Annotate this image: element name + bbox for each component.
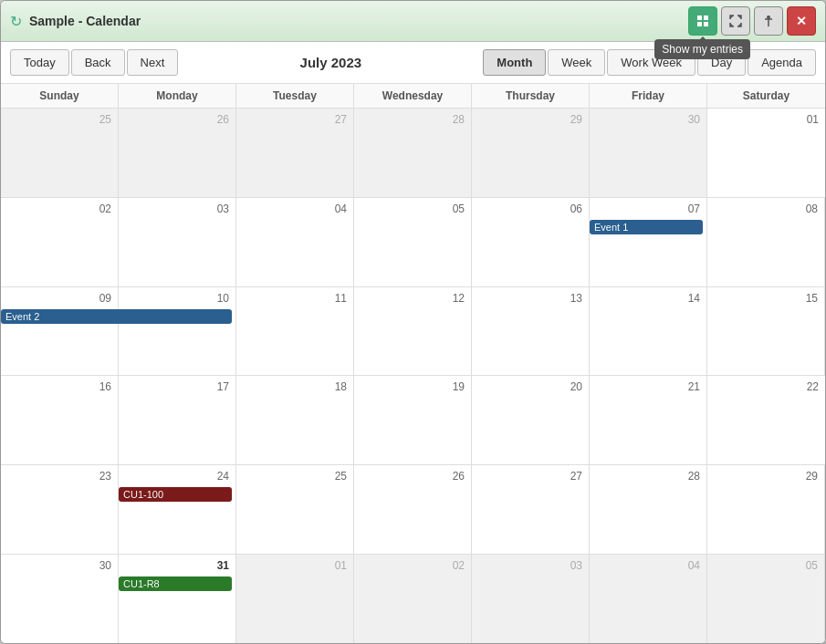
calendar-day[interactable]: 03: [119, 198, 236, 286]
today-button[interactable]: Today: [10, 49, 69, 76]
day-number: 28: [358, 112, 467, 127]
calendar-day[interactable]: 12: [354, 287, 472, 376]
header-sunday: Sunday: [1, 84, 119, 108]
day-number: 21: [593, 379, 703, 394]
day-number: 29: [476, 112, 585, 127]
pin-button[interactable]: [754, 6, 783, 36]
svg-point-6: [767, 16, 770, 19]
calendar-window: ↻ Sample - Calendar Show my entries: [0, 0, 826, 644]
calendar-day[interactable]: 26: [119, 109, 236, 197]
day-number: 19: [358, 379, 467, 394]
svg-rect-3: [704, 22, 708, 26]
calendar-day[interactable]: 11: [236, 287, 354, 376]
view-agenda-button[interactable]: Agenda: [748, 49, 816, 76]
back-button[interactable]: Back: [71, 49, 125, 76]
calendar-event[interactable]: CU1-100: [119, 487, 232, 502]
close-button[interactable]: ✕: [787, 6, 816, 36]
day-number: 07: [593, 202, 703, 216]
calendar-day[interactable]: 20: [472, 376, 590, 464]
calendar-day[interactable]: 15: [707, 287, 825, 376]
day-number: 30: [5, 558, 114, 573]
day-number: 27: [240, 112, 350, 127]
next-button[interactable]: Next: [127, 49, 179, 76]
calendar-week-4: 23242526272829CU1-100: [1, 465, 825, 555]
day-number: 14: [593, 291, 703, 306]
day-number: 06: [476, 202, 585, 216]
title-bar-right: Show my entries ✕: [688, 6, 816, 36]
view-month-button[interactable]: Month: [483, 49, 546, 76]
calendar-day[interactable]: 19: [354, 376, 472, 464]
calendar-day[interactable]: 10: [119, 287, 236, 376]
calendar-day[interactable]: 06: [472, 198, 590, 286]
calendar-day[interactable]: 13: [472, 287, 590, 376]
day-number: 04: [240, 202, 350, 216]
calendar-day[interactable]: 30: [1, 555, 119, 643]
view-week-button[interactable]: Week: [548, 49, 605, 76]
svg-rect-1: [704, 16, 708, 20]
calendar-day[interactable]: 31: [119, 555, 236, 643]
view-buttons: Month Week Work Week Day Agenda: [483, 49, 816, 76]
day-number: 11: [240, 291, 350, 306]
day-number: 29: [711, 469, 821, 483]
calendar-event[interactable]: Event 1: [590, 220, 703, 234]
calendar-day[interactable]: 16: [1, 376, 119, 464]
calendar-event[interactable]: CU1-R8: [119, 576, 232, 591]
expand-button[interactable]: [721, 6, 750, 36]
calendar-day[interactable]: 30: [590, 109, 707, 197]
day-number: 13: [476, 291, 585, 306]
calendar-day[interactable]: 25: [1, 109, 119, 197]
calendar-day[interactable]: 08: [707, 198, 825, 286]
calendar-day[interactable]: 26: [354, 465, 472, 554]
day-number: 31: [122, 558, 232, 573]
day-number: 02: [5, 202, 114, 216]
nav-buttons: Today Back Next: [10, 49, 178, 76]
day-number: 26: [122, 112, 232, 127]
calendar-day[interactable]: 04: [590, 555, 707, 643]
calendar-day[interactable]: 03: [472, 555, 590, 643]
calendar-day[interactable]: 09: [1, 287, 119, 376]
calendar-day[interactable]: 21: [590, 376, 707, 464]
day-number: 23: [5, 469, 114, 483]
calendar-day[interactable]: 28: [590, 465, 707, 554]
day-number: 01: [711, 112, 821, 127]
day-number: 09: [5, 291, 114, 306]
title-bar: ↻ Sample - Calendar Show my entries: [1, 1, 825, 42]
day-number: 25: [240, 469, 350, 483]
calendar-day[interactable]: 17: [119, 376, 236, 464]
calendar-day[interactable]: 14: [590, 287, 707, 376]
calendar-week-3: 16171819202122: [1, 376, 825, 465]
day-number: 01: [240, 558, 350, 573]
day-number: 26: [358, 469, 467, 483]
calendar-day[interactable]: 27: [472, 465, 590, 554]
calendar-day[interactable]: 02: [354, 555, 472, 643]
calendar-day[interactable]: 24: [119, 465, 236, 554]
calendar-day[interactable]: 01: [236, 555, 354, 643]
show-entries-button[interactable]: [688, 6, 717, 36]
calendar-event[interactable]: Event 2: [1, 309, 232, 324]
calendar-week-1: 02030405060708Event 1: [1, 198, 825, 287]
calendar-day[interactable]: 05: [354, 198, 472, 286]
day-number: 15: [711, 291, 821, 306]
day-number: 30: [593, 112, 703, 127]
calendar-day[interactable]: 22: [707, 376, 825, 464]
svg-rect-2: [697, 22, 702, 26]
calendar-day[interactable]: 27: [236, 109, 354, 197]
calendar-day[interactable]: 23: [1, 465, 119, 554]
calendar-day[interactable]: 29: [472, 109, 590, 197]
svg-rect-0: [697, 16, 702, 20]
calendar-day[interactable]: 18: [236, 376, 354, 464]
day-number: 10: [122, 291, 232, 306]
header-friday: Friday: [590, 84, 707, 108]
day-headers: Sunday Monday Tuesday Wednesday Thursday…: [1, 84, 825, 109]
calendar-day[interactable]: 28: [354, 109, 472, 197]
calendar-day[interactable]: 04: [236, 198, 354, 286]
calendar-day[interactable]: 05: [707, 555, 825, 643]
calendar-day[interactable]: 25: [236, 465, 354, 554]
calendar-day[interactable]: 29: [707, 465, 825, 554]
calendar-day[interactable]: 02: [1, 198, 119, 286]
day-number: 12: [358, 291, 467, 306]
calendar-day[interactable]: 07: [590, 198, 707, 286]
window-title: Sample - Calendar: [29, 14, 141, 28]
day-number: 08: [711, 202, 821, 216]
calendar-day[interactable]: 01: [707, 109, 825, 197]
